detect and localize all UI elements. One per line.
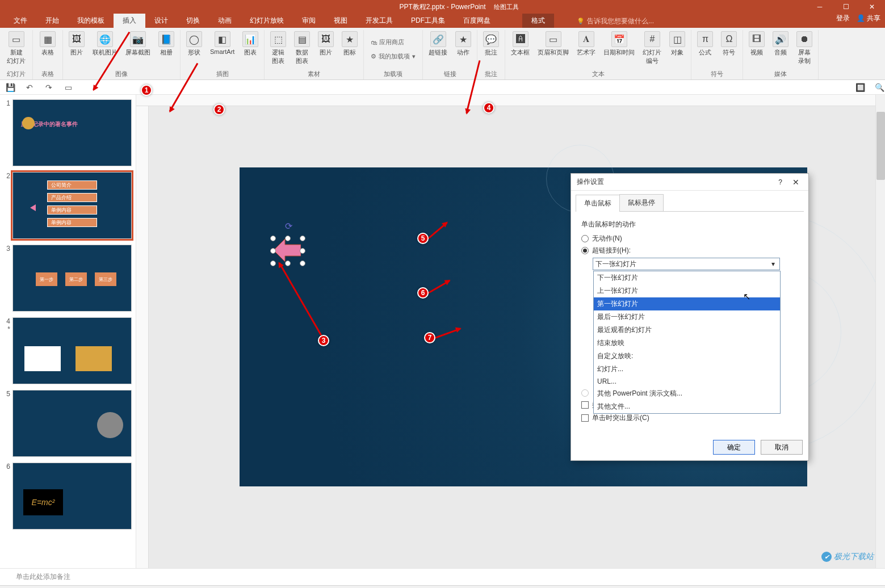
wordart-button[interactable]: 𝐀艺术字 xyxy=(573,30,599,58)
share-button[interactable]: 👤 共享 xyxy=(857,14,880,23)
dd-first-slide[interactable]: 第一张幻灯片 xyxy=(594,297,780,310)
dd-custom-show[interactable]: 自定义放映: xyxy=(594,350,780,363)
resize-handle-nw[interactable] xyxy=(270,236,276,241)
rotate-handle[interactable]: ⟳ xyxy=(285,221,294,230)
selected-arrow-shape[interactable] xyxy=(274,239,301,262)
redo-button[interactable]: ↷ xyxy=(43,83,54,92)
screen-recording-button[interactable]: ⏺屏幕 录制 xyxy=(793,30,816,66)
material-icon-button[interactable]: ★图标 xyxy=(338,30,361,58)
tab-file[interactable]: 文件 xyxy=(5,14,36,28)
tell-me-search[interactable]: 告诉我您想要做什么... xyxy=(577,14,654,28)
maximize-button[interactable]: ☐ xyxy=(833,0,859,14)
dialog-close-button[interactable]: ✕ xyxy=(789,178,803,187)
radio-run-program[interactable] xyxy=(581,389,589,397)
action-settings-dialog: 操作设置 ? ✕ 单击鼠标 鼠标悬停 单击鼠标时的动作 无动作(N) 超链接到(… xyxy=(571,173,809,461)
slide-thumb-4[interactable] xyxy=(12,317,132,384)
minimize-button[interactable]: ─ xyxy=(807,0,833,14)
tab-review[interactable]: 审阅 xyxy=(293,14,325,28)
object-button[interactable]: ◫对象 xyxy=(666,30,689,58)
slide-thumb-2[interactable]: 公司简介 产品介绍 单例内容 单例内容 xyxy=(12,172,132,239)
resize-handle-e[interactable] xyxy=(300,248,305,254)
dd-url[interactable]: URL... xyxy=(594,376,780,387)
notes-pane[interactable]: 单击此处添加备注 xyxy=(0,568,885,585)
slide-thumb-5[interactable] xyxy=(12,390,132,457)
resize-handle-ne[interactable] xyxy=(300,236,305,241)
shapes-button[interactable]: ◯形状 xyxy=(183,30,205,58)
resize-handle-s[interactable] xyxy=(285,261,291,266)
tab-design[interactable]: 设计 xyxy=(145,14,177,28)
tab-format[interactable]: 格式 xyxy=(522,14,554,28)
scrollbar-thumb[interactable] xyxy=(876,112,885,180)
equation-button[interactable]: π公式 xyxy=(694,30,716,58)
dd-next-slide[interactable]: 下一张幻灯片 xyxy=(594,271,780,284)
tab-view[interactable]: 视图 xyxy=(325,14,356,28)
hyperlink-button[interactable]: 🔗超链接 xyxy=(425,30,451,58)
dd-end-show[interactable]: 结束放映 xyxy=(594,337,780,350)
action-button[interactable]: ★动作 xyxy=(452,30,475,58)
dialog-help-button[interactable]: ? xyxy=(778,178,782,186)
chart-button[interactable]: 📊图表 xyxy=(239,30,262,58)
checkbox-play-sound[interactable] xyxy=(581,401,589,409)
resize-handle-sw[interactable] xyxy=(270,261,276,266)
radio-none[interactable] xyxy=(581,235,589,242)
notes-placeholder: 单击此处添加备注 xyxy=(16,572,70,582)
slide-thumbnails-panel[interactable]: 1 历史记录中的著名事件 2 公司简介 产品介绍 单例内容 单例内容 3 第一步… xyxy=(0,95,136,568)
dd-other-ppt[interactable]: 其他 PowerPoint 演示文稿... xyxy=(594,387,780,400)
symbol-button[interactable]: Ω符号 xyxy=(718,30,740,58)
radio-hyperlink[interactable] xyxy=(581,247,589,254)
slide-thumb-1[interactable]: 历史记录中的著名事件 xyxy=(12,99,132,166)
qat-tool-2[interactable]: 🔍 xyxy=(874,83,885,92)
header-footer-button[interactable]: ▭页眉和页脚 xyxy=(534,30,572,58)
slide-thumb-6[interactable]: E=mc² xyxy=(12,463,132,530)
tab-animation[interactable]: 动画 xyxy=(209,14,241,28)
dd-slide[interactable]: 幻灯片... xyxy=(594,363,780,376)
equation-icon: π xyxy=(697,31,713,47)
login-link[interactable]: 登录 xyxy=(836,14,850,23)
comment-button[interactable]: 💬批注 xyxy=(480,30,502,58)
table-button[interactable]: ▦表格 xyxy=(35,30,60,58)
dialog-tab-click[interactable]: 单击鼠标 xyxy=(576,195,620,212)
album-button[interactable]: 📘相册 xyxy=(155,30,178,58)
hyperlink-combo[interactable]: 下一张幻灯片 ▾ 下一张幻灯片 上一张幻灯片 第一张幻灯片 最后一张幻灯片 最近… xyxy=(593,258,780,270)
resize-handle-w[interactable] xyxy=(270,248,276,254)
cancel-button[interactable]: 取消 xyxy=(761,440,803,455)
datetime-button[interactable]: 📅日期和时间 xyxy=(600,30,638,58)
dd-prev-slide[interactable]: 上一张幻灯片 xyxy=(594,284,780,297)
video-button[interactable]: 🎞视频 xyxy=(745,30,768,58)
data-chart-button[interactable]: ▤数据 图表 xyxy=(291,30,313,66)
slideshow-qat-button[interactable]: ▭ xyxy=(62,83,74,92)
qat-tool-1[interactable]: 🔲 xyxy=(854,83,866,92)
dialog-tab-hover[interactable]: 鼠标悬停 xyxy=(619,194,664,211)
vertical-scrollbar[interactable] xyxy=(875,95,885,568)
tab-baidu[interactable]: 百度网盘 xyxy=(454,14,500,28)
close-button[interactable]: ✕ xyxy=(859,0,885,14)
resize-handle-se[interactable] xyxy=(300,261,305,266)
picture-button[interactable]: 🖼图片 xyxy=(65,30,88,58)
save-button[interactable]: 💾 xyxy=(5,83,16,92)
tab-dev[interactable]: 开发工具 xyxy=(356,14,402,28)
slide-number-button[interactable]: #幻灯片 编号 xyxy=(639,30,665,66)
tab-insert[interactable]: 插入 xyxy=(114,14,145,28)
horizontal-ruler[interactable] xyxy=(136,95,885,106)
slide-thumb-3[interactable]: 第一步 第二步 第三步 xyxy=(12,245,132,312)
tab-slideshow[interactable]: 幻灯片放映 xyxy=(241,14,293,28)
checkbox-highlight[interactable] xyxy=(581,414,589,422)
tab-home[interactable]: 开始 xyxy=(36,14,68,28)
resize-handle-n[interactable] xyxy=(285,236,291,241)
store-button[interactable]: 🛍 应用商店 xyxy=(366,36,409,49)
tab-transition[interactable]: 切换 xyxy=(177,14,209,28)
ok-button[interactable]: 确定 xyxy=(713,440,755,455)
undo-button[interactable]: ↶ xyxy=(24,83,35,92)
smartart-button[interactable]: ◧SmartArt xyxy=(207,30,238,56)
tab-template[interactable]: 我的模板 xyxy=(68,14,114,28)
dd-last-slide[interactable]: 最后一张幻灯片 xyxy=(594,310,780,324)
new-slide-button[interactable]: ▭新建 幻灯片 xyxy=(2,30,30,66)
audio-button[interactable]: 🔊音频 xyxy=(769,30,792,58)
tab-pdf[interactable]: PDF工具集 xyxy=(402,14,454,28)
logic-chart-button[interactable]: ⬚逻辑 图表 xyxy=(267,30,290,66)
material-picture-button[interactable]: 🖼图片 xyxy=(314,30,337,58)
dd-last-viewed[interactable]: 最近观看的幻灯片 xyxy=(594,324,780,337)
textbox-button[interactable]: 🅰文本框 xyxy=(507,30,533,58)
my-addins-button[interactable]: ⚙ 我的加载项 ▾ xyxy=(366,50,420,63)
dd-other-file[interactable]: 其他文件... xyxy=(594,400,780,413)
